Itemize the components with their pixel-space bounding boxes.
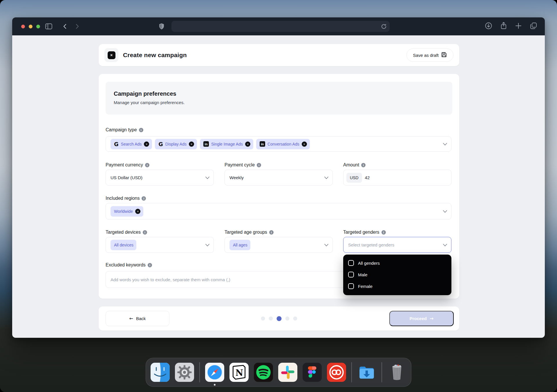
info-icon[interactable]: i [148,263,152,267]
targeted-age-groups-multiselect[interactable]: All ages [225,237,333,253]
dock-icon-notion[interactable]: N [229,363,249,382]
tag-search-ads: G Search Ads × [111,139,152,149]
amount-value: 42 [365,175,370,180]
save-as-draft-button[interactable]: Save as draft [406,48,453,62]
tag-all-devices: All devices [111,240,136,250]
share-icon[interactable] [500,22,507,31]
remove-tag-icon[interactable]: × [144,141,149,147]
amount-label: Amounti [343,162,366,168]
desktop: × Create new campaign Save as draft Camp… [0,0,557,392]
targeted-genders-select[interactable]: Select targeted genders [343,237,451,253]
targeted-genders-placeholder: Select targeted genders [348,242,394,247]
info-icon[interactable]: i [257,163,261,167]
remove-tag-icon[interactable]: × [135,209,140,214]
dock-icon-system-settings[interactable] [175,363,194,382]
currency-prefix-badge: USD [346,173,362,183]
step-dot [261,317,265,321]
targeted-devices-multiselect[interactable]: All devices [106,237,214,253]
info-icon[interactable]: i [269,230,274,235]
payment-cycle-select[interactable]: Weekly [225,170,333,186]
dock-divider [199,362,200,382]
tag-conversation-ads: in Conversation Ads × [256,139,310,149]
dock-icon-spotify[interactable] [254,363,273,382]
downloads-icon[interactable] [485,22,492,31]
close-modal-button[interactable]: × [104,48,118,62]
step-indicator [261,316,297,321]
linkedin-icon: in [260,141,265,147]
window-minimize-icon[interactable] [29,25,32,28]
back-button[interactable]: ← Back [106,311,169,326]
remove-tag-icon[interactable]: × [245,141,250,147]
google-icon: G [158,141,163,147]
page-title: Create new campaign [123,52,187,59]
tag-worldwide: Worldwide × [111,206,143,217]
targeted-genders-dropdown: All genders Male Female [343,255,451,295]
checkbox-icon[interactable] [348,260,354,266]
option-male[interactable]: Male [343,269,451,280]
info-icon[interactable]: i [361,163,366,167]
running-indicator [214,384,216,386]
option-all-genders[interactable]: All genders [343,257,451,269]
campaign-type-multiselect[interactable]: G Search Ads × G Display Ads × in Single… [106,136,451,152]
section-subtitle: Manage your campaign preferences. [114,100,185,105]
tag-display-ads: G Display Ads × [155,139,197,149]
targeted-devices-label: Targeted devicesi [106,230,147,235]
targeted-age-groups-label: Targeted age groupsi [225,230,274,235]
window-close-icon[interactable] [21,25,25,28]
sidebar-toggle-icon[interactable] [45,23,52,29]
section-banner: Campaign preferences Manage your campaig… [106,82,452,115]
page-content: × Create new campaign Save as draft Camp… [12,35,545,338]
payment-currency-select[interactable]: US Dollar (USD) [106,170,214,186]
info-icon[interactable]: i [139,128,143,132]
dock-divider [351,362,352,382]
dock-divider [381,362,382,382]
dock-icon-figma[interactable] [303,363,322,382]
new-tab-icon[interactable] [515,22,522,30]
info-icon[interactable]: i [145,163,149,167]
checkbox-icon[interactable] [348,272,354,277]
payment-currency-label: Payment currencyi [106,162,149,168]
chevron-down-icon [443,141,447,147]
privacy-shield-icon[interactable] [159,23,164,30]
info-icon[interactable]: i [381,230,386,235]
dock-icon-downloads-folder[interactable] [357,363,376,382]
tag-all-ages: All ages [229,240,250,250]
google-icon: G [114,141,119,147]
forward-icon[interactable] [75,23,79,29]
window-zoom-icon[interactable] [36,25,40,28]
remove-tag-icon[interactable]: × [189,141,194,147]
address-bar[interactable] [171,21,390,32]
reload-icon[interactable] [381,23,387,31]
chevron-down-icon [443,209,447,214]
campaign-header-card: × Create new campaign Save as draft [99,44,459,66]
info-icon[interactable]: i [143,230,147,235]
dock-icon-slack[interactable] [278,363,297,382]
campaign-form-card: Campaign preferences Manage your campaig… [99,74,459,299]
chevron-down-icon [205,175,209,180]
remove-tag-icon[interactable]: × [302,141,307,147]
browser-titlebar [12,17,545,35]
arrow-left-icon: ← [129,316,133,321]
dock-icon-trash[interactable] [387,363,406,382]
proceed-button[interactable]: Proceed → [389,311,454,326]
tag-single-image-ads: in Single Image Ads × [200,139,253,149]
info-icon[interactable]: i [142,196,146,201]
chevron-down-icon [205,242,209,248]
option-female[interactable]: Female [343,280,451,292]
dock-icon-finder[interactable] [151,363,170,382]
back-icon[interactable] [63,23,67,29]
tab-overview-icon[interactable] [530,22,537,31]
checkbox-icon[interactable] [348,283,354,289]
amount-input[interactable]: USD 42 [343,170,451,186]
step-dot [269,317,273,321]
chevron-down-icon [324,175,328,180]
chevron-down-icon [324,242,328,248]
dock-icon-safari[interactable] [205,363,224,382]
dock: N [146,358,411,387]
included-regions-multiselect[interactable]: Worldwide × [106,203,451,219]
included-regions-label: Included regionsi [106,196,146,201]
step-dot [285,317,289,321]
step-dot [293,317,297,321]
dock-icon-adobe-creative-cloud[interactable] [327,363,346,382]
targeted-genders-label: Targeted gendersi [343,230,386,235]
